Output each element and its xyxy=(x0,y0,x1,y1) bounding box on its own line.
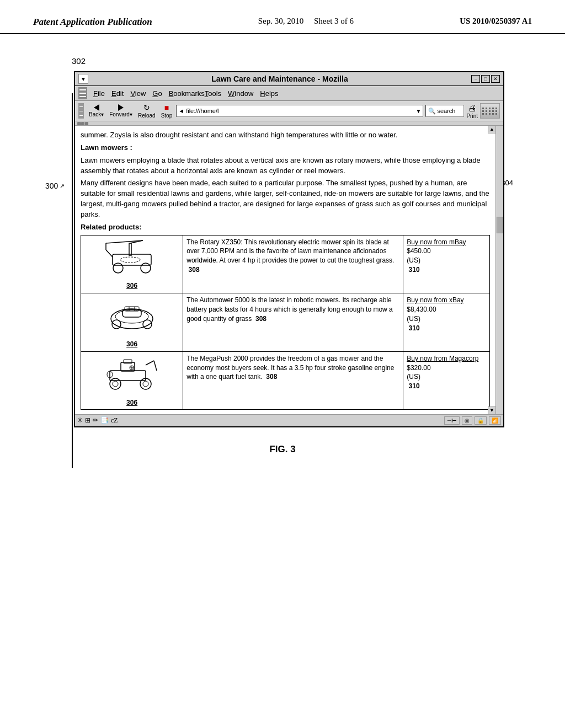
ref-300-value: 300 xyxy=(45,181,58,190)
product-2-price: $8,430.00 xyxy=(407,305,486,314)
forward-button[interactable]: Forward▾ xyxy=(108,104,134,118)
status-edit-icon: ✏ xyxy=(93,416,98,425)
browser-content-wrapper: ▲ summer. Zoysla is also drought resista… xyxy=(75,126,503,414)
status-network-icon: ◎ xyxy=(462,416,472,425)
scrollbar-right[interactable] xyxy=(495,126,503,414)
product-2-image-cell: 306 xyxy=(81,293,183,352)
product-3-image-cell: 306 xyxy=(81,351,183,410)
svg-point-12 xyxy=(112,320,121,329)
product-1-image-cell: 306 xyxy=(81,235,183,293)
menu-view[interactable]: View xyxy=(127,89,148,98)
content-para2: Many different designs have been made, e… xyxy=(81,178,490,220)
header-patent-number: US 2010/0250397 A1 xyxy=(460,17,532,26)
print-button[interactable]: 🖨 Print xyxy=(466,103,478,119)
scroll-down-button[interactable]: ▼ xyxy=(488,406,495,414)
menu-file[interactable]: File xyxy=(90,89,108,98)
svg-point-10 xyxy=(115,310,148,323)
table-row: 306 The Automower 5000 is the latest in … xyxy=(81,293,490,352)
reload-button[interactable]: ↻ Reload xyxy=(136,103,157,119)
toolbar-chart-icon xyxy=(480,103,500,119)
status-extra-icon: 📶 xyxy=(489,416,501,425)
ref-310-label-3: 310 xyxy=(409,382,420,390)
stop-button[interactable]: ■ Stop xyxy=(159,103,174,119)
product-3-desc: The MegaPush 2000 provides the freedom o… xyxy=(183,351,403,410)
minimize-button[interactable]: − xyxy=(471,75,480,83)
browser-window: ▼ Lawn Care and Maintenance - Mozilla − … xyxy=(74,71,504,427)
titlebar-menu-icon[interactable]: ▼ xyxy=(78,74,88,84)
product-2-desc: The Automower 5000 is the latest in robo… xyxy=(183,293,403,352)
header-sheet: Sheet 3 of 6 xyxy=(314,17,354,25)
product-2-buy-link[interactable]: Buy now from xBay xyxy=(407,296,486,305)
header-date: Sep. 30, 2010 xyxy=(258,17,304,25)
product-1-price: $450.00 xyxy=(407,247,486,256)
svg-rect-19 xyxy=(124,360,132,363)
product-1-buy-link[interactable]: Buy now from mBay xyxy=(407,238,486,247)
product-2-description: The Automower 5000 is the latest in robo… xyxy=(186,296,393,323)
address-text: ◄ file:///home/l xyxy=(178,108,415,114)
product-3-image xyxy=(102,354,162,395)
menu-go[interactable]: Go xyxy=(150,89,164,98)
svg-rect-17 xyxy=(110,371,146,381)
svg-point-8 xyxy=(120,257,140,263)
product-3-buy: Buy now from Magacorp $320.00 (US) 310 xyxy=(403,351,490,410)
product-2-buy: Buy now from xBay $8,430.00 (US) 310 xyxy=(403,293,490,352)
toolbar-status-hint: ▤▤▤ xyxy=(75,121,503,126)
main-content: 302 300 ↗ 304 ▼ Lawn Care and Maintenanc… xyxy=(0,34,565,477)
product-1-buy: Buy now from mBay $450.00 (US) 310 xyxy=(403,235,490,293)
left-border-line xyxy=(72,93,73,468)
status-copy-icon: ⊞ xyxy=(85,416,90,425)
back-button[interactable]: Back▾ xyxy=(87,104,105,118)
product-2-image xyxy=(102,296,162,337)
product-1-image xyxy=(102,238,162,279)
ref-306-label-1: 306 xyxy=(84,281,179,291)
product-1-currency: (US) xyxy=(407,256,486,265)
products-table: 306 The Rotary XZ350: This revolutionary… xyxy=(81,235,490,410)
ref-306-label-2: 306 xyxy=(84,340,179,349)
product-1-description: The Rotary XZ350: This revolutionary ele… xyxy=(186,238,394,265)
status-home-icon: ⊣⊢ xyxy=(444,416,460,425)
search-placeholder-text: search xyxy=(437,108,455,114)
svg-point-23 xyxy=(143,381,148,387)
ref-308-label-3: 308 xyxy=(266,373,277,381)
svg-line-25 xyxy=(154,361,157,371)
product-3-currency: (US) xyxy=(407,372,486,382)
browser-title: Lawn Care and Maintenance - Mozilla xyxy=(88,74,471,83)
header-publication-title: Patent Application Publication xyxy=(33,17,152,28)
related-products-heading: Related products: xyxy=(81,222,490,233)
table-row: 306 The MegaPush 2000 provides the freed… xyxy=(81,351,490,410)
toolbar-drag-handle xyxy=(78,103,84,119)
menu-window[interactable]: Window xyxy=(225,89,256,98)
section-heading-lawnmowers: Lawn mowers : xyxy=(81,143,490,153)
ref-308-label-2: 308 xyxy=(255,315,266,323)
search-icon: 🔍 xyxy=(428,108,436,115)
ref-300-arrow: ↗ xyxy=(60,183,65,190)
status-star-icon: ✳ xyxy=(77,416,83,425)
browser-statusbar: ✳ ⊞ ✏ 📑 cZ ⊣⊢ ◎ 🔒 📶 xyxy=(75,414,503,426)
maximize-button[interactable]: □ xyxy=(481,75,490,83)
menu-helps[interactable]: Helps xyxy=(257,89,281,98)
svg-rect-3 xyxy=(129,243,131,255)
close-button[interactable]: ✕ xyxy=(491,75,500,83)
status-right-icons: ⊣⊢ ◎ 🔒 📶 xyxy=(444,416,501,425)
browser-content: ▲ summer. Zoysla is also drought resista… xyxy=(75,126,495,414)
ref-label-300: 300 ↗ xyxy=(45,181,65,190)
product-1-desc: The Rotary XZ350: This revolutionary ele… xyxy=(183,235,403,293)
menu-edit[interactable]: Edit xyxy=(109,89,126,98)
address-dropdown[interactable]: ▼ xyxy=(416,108,422,114)
svg-line-5 xyxy=(106,250,113,257)
label-302: 302 xyxy=(72,56,86,66)
svg-line-24 xyxy=(146,361,154,365)
product-2-currency: (US) xyxy=(407,314,486,324)
ref-310-label-2: 310 xyxy=(409,324,420,332)
printer-icon: 🖨 xyxy=(468,103,477,113)
svg-point-13 xyxy=(143,320,152,329)
scroll-up-button[interactable]: ▲ xyxy=(488,126,495,133)
content-intro: summer. Zoysla is also drought resistant… xyxy=(81,130,490,141)
address-bar[interactable]: ◄ file:///home/l ▼ xyxy=(176,105,423,117)
menu-bookmarks[interactable]: BookmarksTools xyxy=(166,89,224,98)
product-3-price: $320.00 xyxy=(407,363,486,373)
page-header: Patent Application Publication Sep. 30, … xyxy=(0,0,565,34)
product-3-buy-link[interactable]: Buy now from Magacorp xyxy=(407,354,486,363)
search-bar[interactable]: 🔍 search xyxy=(425,105,464,117)
product-3-description: The MegaPush 2000 provides the freedom o… xyxy=(186,355,394,381)
